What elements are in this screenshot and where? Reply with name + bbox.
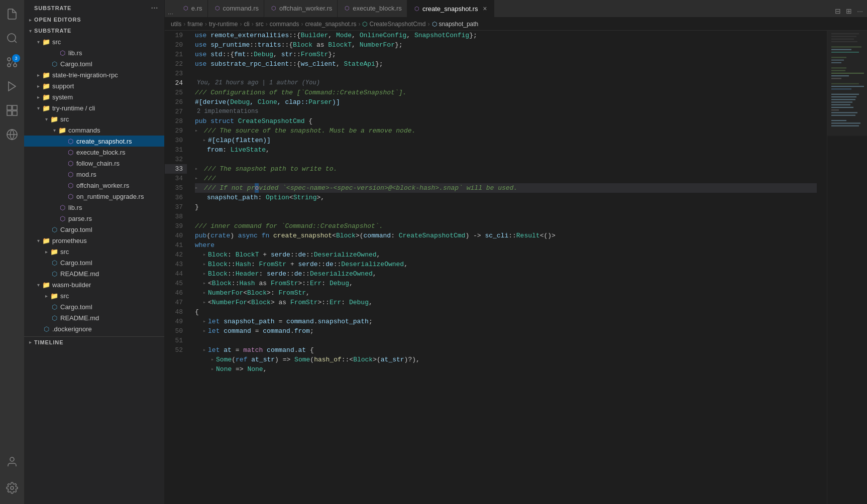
- code-line-40: ▸Block: BlockT + serde::de::DeserializeO…: [195, 250, 817, 260]
- prometheus-folder[interactable]: 📁 prometheus: [24, 235, 164, 246]
- rs-icon4: ⬡: [66, 159, 74, 167]
- bc-file[interactable]: create_snapshot.rs: [305, 21, 356, 28]
- try-runtime-folder[interactable]: 📁 try-runtime / cli: [24, 102, 164, 113]
- sep6: ›: [301, 21, 303, 28]
- offchain-label: offchain_worker.rs: [76, 182, 129, 189]
- src-try-label: src: [60, 115, 69, 123]
- open-editors-arrow: [26, 16, 34, 24]
- dockerignore-item[interactable]: ⬡ .dockerignore: [24, 323, 164, 334]
- code-editor[interactable]: use remote_externalities::{Builder, Mode…: [191, 31, 827, 504]
- tabs-overflow-btn[interactable]: ···: [165, 10, 176, 17]
- readme-wasm-item[interactable]: ⬡ README.md: [24, 312, 164, 323]
- code-line-20: use sp_runtime::traits::{Block as BlockT…: [195, 40, 817, 50]
- tab-command-rs[interactable]: ⬡ command.rs: [208, 0, 265, 17]
- mod-rs-item[interactable]: ⬡ mod.rs: [24, 169, 164, 180]
- bc-frame[interactable]: frame: [187, 21, 203, 28]
- tab-create-snapshot[interactable]: ⬡ create_snapshot.rs ×: [407, 0, 495, 17]
- svg-point-0: [8, 34, 16, 42]
- tab-close-btn[interactable]: ×: [481, 5, 489, 13]
- timeline-section[interactable]: TIMELINE: [24, 336, 164, 347]
- open-editors-section[interactable]: OPEN EDITORS: [24, 14, 164, 25]
- code-line-32: ▸///: [195, 174, 817, 183]
- create-snapshot-item[interactable]: ⬡ create_snapshot.rs: [24, 136, 164, 147]
- files-icon[interactable]: [0, 2, 24, 26]
- minimap-svg: [827, 31, 867, 504]
- parse-item[interactable]: ⬡ parse.rs: [24, 213, 164, 224]
- execute-block-item[interactable]: ⬡ execute_block.rs: [24, 147, 164, 158]
- tab-execute-rs[interactable]: ⬡ execute_block.rs: [338, 0, 407, 17]
- md-icon2: ⬡: [50, 314, 58, 322]
- bc-cli[interactable]: cli: [244, 21, 249, 28]
- docker-icon: ⬡: [42, 325, 50, 333]
- code-line-19: use remote_externalities::{Builder, Mode…: [195, 31, 817, 40]
- source-control-icon[interactable]: 3: [0, 50, 24, 74]
- bc-utils[interactable]: utils: [171, 21, 181, 28]
- cargo-prom-label: Cargo.toml: [60, 259, 92, 267]
- accounts-icon[interactable]: [0, 450, 24, 474]
- cargo-try-item[interactable]: ⬡ Cargo.toml: [24, 224, 164, 235]
- on-runtime-item[interactable]: ⬡ on_runtime_upgrade.rs: [24, 191, 164, 202]
- code-line-25: #[derive(Debug, Clone, clap::Parser)]: [195, 97, 817, 107]
- readme-prom-item[interactable]: ⬡ README.md: [24, 268, 164, 279]
- commands-folder[interactable]: 📁 commands: [24, 124, 164, 136]
- wasm-builder-label: wasm-builder: [52, 281, 91, 289]
- empty-arrow10: [50, 214, 58, 222]
- cargo-wasm-item[interactable]: ⬡ Cargo.toml: [24, 301, 164, 312]
- follow-chain-item[interactable]: ⬡ follow_chain.rs: [24, 158, 164, 169]
- bc-src[interactable]: src: [256, 21, 264, 28]
- svg-point-4: [8, 64, 11, 67]
- lib-rs-item[interactable]: ⬡ lib.rs: [24, 47, 164, 58]
- more-icon[interactable]: ···: [151, 4, 158, 12]
- state-trie-folder[interactable]: 📁 state-trie-migration-rpc: [24, 69, 164, 80]
- code-line-34: snapshot_path: Option<String>,: [195, 193, 817, 202]
- folder-icon5: 📁: [42, 104, 50, 112]
- src-wasm-folder[interactable]: 📁 src: [24, 290, 164, 301]
- src-folder[interactable]: 📁 src: [24, 36, 164, 47]
- code-line-24: /// Configurations of the [`Command::Cre…: [195, 88, 817, 97]
- tab-e-rs[interactable]: ⬡ e.rs: [176, 0, 208, 17]
- extensions-icon[interactable]: [0, 98, 24, 122]
- more-actions-icon[interactable]: ···: [855, 5, 865, 17]
- remote-icon[interactable]: [0, 122, 24, 147]
- lib-try-item[interactable]: ⬡ lib.rs: [24, 202, 164, 213]
- settings-icon[interactable]: [0, 476, 24, 500]
- impl-hint-line: 2 implementations: [195, 107, 817, 116]
- offchain-item[interactable]: ⬡ offchain_worker.rs: [24, 180, 164, 191]
- substrate-arrow: [26, 27, 34, 35]
- readme-wasm-label: README.md: [60, 314, 99, 322]
- support-arrow: [34, 82, 42, 90]
- readme-prom-label: README.md: [60, 270, 99, 278]
- wasm-builder-folder[interactable]: 📁 wasm-builder: [24, 279, 164, 290]
- cargo-wasm-label: Cargo.toml: [60, 303, 92, 311]
- svg-point-11: [10, 457, 14, 461]
- bc-struct[interactable]: CreateSnapshotCmd: [369, 21, 425, 28]
- cargo-prom-item[interactable]: ⬡ Cargo.toml: [24, 257, 164, 268]
- source-control-badge: 3: [12, 54, 20, 62]
- code-line-27: ▸/// The source of the snapshot. Must be…: [195, 126, 817, 136]
- system-arrow: [34, 93, 42, 101]
- try-runtime-arrow: [34, 104, 42, 112]
- bc-field[interactable]: snapshot_path: [439, 21, 479, 28]
- system-folder[interactable]: 📁 system: [24, 91, 164, 102]
- cargo-try-label: Cargo.toml: [60, 226, 92, 233]
- svg-point-3: [8, 58, 11, 61]
- run-debug-icon[interactable]: [0, 74, 24, 98]
- state-trie-arrow: [34, 71, 42, 79]
- tab-execute-icon: ⬡: [345, 5, 350, 12]
- search-icon[interactable]: [0, 26, 24, 50]
- sep3: ›: [240, 21, 242, 28]
- explorer-header-icons: ···: [151, 4, 158, 12]
- support-folder[interactable]: 📁 support: [24, 80, 164, 91]
- split-editor-icon[interactable]: ⊟: [833, 5, 843, 17]
- src-prom-folder[interactable]: 📁 src: [24, 246, 164, 257]
- tab-offchain-rs[interactable]: ⬡ offchain_worker.rs: [264, 0, 338, 17]
- src-try-folder[interactable]: 📁 src: [24, 113, 164, 124]
- bc-try-runtime[interactable]: try-runtime: [209, 21, 238, 28]
- cargo-toml-item[interactable]: ⬡ Cargo.toml: [24, 58, 164, 69]
- sep8: ›: [428, 21, 430, 28]
- editor-content: 19 20 21 22 23 24 25 26 27 28 29 30 31 3…: [165, 31, 867, 504]
- bc-commands[interactable]: commands: [270, 21, 299, 28]
- code-line-30: [195, 155, 817, 164]
- layout-icon[interactable]: ⊞: [844, 5, 854, 17]
- substrate-section[interactable]: SUBSTRATE: [24, 25, 164, 36]
